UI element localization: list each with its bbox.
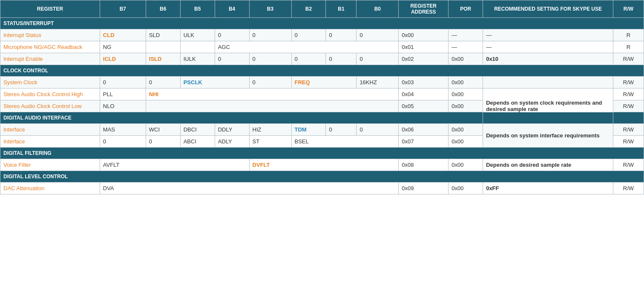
- register-table: REGISTER B7 B6 B5 B4 B3 B2 B1 B0 REGISTE…: [0, 0, 644, 194]
- rw-value: R/W: [613, 159, 644, 171]
- register-address: 0x07: [399, 136, 448, 148]
- por-value: —: [448, 41, 483, 53]
- register-name: Interface: [0, 136, 100, 148]
- bit-cell: HIZ: [249, 124, 291, 136]
- table-row: Interrupt EnableICLDISLDIULK000000x020x0…: [0, 53, 644, 65]
- bit-cell: NHI: [146, 88, 399, 100]
- rw-value: R: [613, 29, 644, 41]
- recommended-setting: [483, 77, 613, 88]
- bit-cell: 0: [326, 53, 356, 65]
- table-row: Stereo Audio Clock Control HighPLLNHI0x0…: [0, 88, 644, 100]
- bit-cell: DBCI: [180, 124, 215, 136]
- col-header-b2: B2: [291, 0, 326, 18]
- por-value: 0x00: [448, 100, 483, 112]
- rw-value: R/W: [613, 53, 644, 65]
- recommended-setting: 0xFF: [483, 183, 613, 194]
- section-title: DIGITAL FILTERING: [0, 148, 644, 159]
- por-value: 0x00: [448, 88, 483, 100]
- table-row: Interrupt StatusCLDSLDULK000000x00——R: [0, 29, 644, 41]
- register-name: Interface: [0, 124, 100, 136]
- rw-value: R/W: [613, 77, 644, 88]
- col-header-b4: B4: [215, 0, 249, 18]
- section-header-row: STATUS/INTERRUPT: [0, 18, 644, 29]
- bit-cell: 0: [326, 29, 356, 41]
- register-address: 0x03: [399, 77, 448, 88]
- register-name: Interrupt Enable: [0, 53, 100, 65]
- por-value: —: [448, 29, 483, 41]
- recommended-setting: Depends on desired sample rate: [483, 159, 613, 171]
- rw-value: R/W: [613, 100, 644, 112]
- section-title: DIGITAL LEVEL CONTROL: [0, 171, 644, 183]
- register-name: Stereo Audio Clock Control Low: [0, 100, 100, 112]
- table-row: Voice FilterAVFLTDVFLT0x080x00Depends on…: [0, 159, 644, 171]
- bit-cell: NG: [100, 41, 146, 53]
- recommended-setting: —: [483, 41, 613, 53]
- register-name: System Clock: [0, 77, 100, 88]
- bit-cell: 0: [215, 29, 249, 41]
- por-value: 0x00: [448, 159, 483, 171]
- register-address: 0x00: [399, 29, 448, 41]
- bit-cell: [146, 100, 399, 112]
- recommended-setting: —: [483, 29, 613, 41]
- bit-cell: 0: [326, 124, 356, 136]
- bit-cell: ADLY: [215, 136, 249, 148]
- bit-cell: NLO: [100, 100, 146, 112]
- register-address: 0x02: [399, 53, 448, 65]
- bit-cell: WCI: [146, 124, 180, 136]
- bit-cell: [146, 41, 180, 53]
- bit-cell: ULK: [180, 29, 215, 41]
- bit-cell: 0: [291, 53, 326, 65]
- bit-cell: 0: [146, 136, 180, 148]
- bit-cell: SLD: [146, 29, 180, 41]
- table-row: System Clock00PSCLK0FREQ16KHZ0x030x00R/W: [0, 77, 644, 88]
- register-address: 0x06: [399, 124, 448, 136]
- bit-cell: 0: [215, 53, 249, 65]
- bit-cell: 0: [291, 29, 326, 41]
- bit-cell: DDLY: [215, 124, 249, 136]
- por-value: 0x00: [448, 53, 483, 65]
- section-title: DIGITAL AUDIO INTERFACE: [0, 112, 644, 124]
- por-value: 0x00: [448, 124, 483, 136]
- section-title: STATUS/INTERRUPT: [0, 18, 644, 29]
- bit-cell: TDM: [291, 124, 326, 136]
- col-header-register: REGISTER: [0, 0, 100, 18]
- rw-value: R/W: [613, 88, 644, 100]
- section-header-row: CLOCK CONTROL: [0, 65, 644, 77]
- bit-cell: PLL: [100, 88, 146, 100]
- recommended-setting: Depends on system interface requirements: [483, 124, 613, 148]
- register-address: 0x09: [399, 183, 448, 194]
- por-value: 0x00: [448, 136, 483, 148]
- bit-cell: FREQ: [291, 77, 356, 88]
- section-header-row: DIGITAL AUDIO INTERFACE: [0, 112, 644, 124]
- bit-cell: 0: [100, 136, 146, 148]
- bit-cell: ST: [249, 136, 291, 148]
- col-header-por: POR: [448, 0, 483, 18]
- register-address: 0x01: [399, 41, 448, 53]
- register-address: 0x08: [399, 159, 448, 171]
- bit-cell: 0: [356, 29, 399, 41]
- bit-cell: 0: [249, 29, 291, 41]
- bit-cell: CLD: [100, 29, 146, 41]
- col-header-b5: B5: [180, 0, 215, 18]
- bit-cell: 16KHZ: [356, 77, 399, 88]
- col-header-b0: B0: [356, 0, 399, 18]
- rw-value: R/W: [613, 124, 644, 136]
- header-row: REGISTER B7 B6 B5 B4 B3 B2 B1 B0 REGISTE…: [0, 0, 644, 18]
- bit-cell: 0: [249, 53, 291, 65]
- por-value: 0x00: [448, 183, 483, 194]
- bit-cell: 0: [100, 77, 146, 88]
- rw-value: R: [613, 41, 644, 53]
- bit-cell: AVFLT: [100, 159, 249, 171]
- col-header-b1: B1: [326, 0, 356, 18]
- section-header-row: DIGITAL LEVEL CONTROL: [0, 171, 644, 183]
- bit-cell: 0: [356, 53, 399, 65]
- bit-cell: [180, 41, 215, 53]
- por-value: 0x00: [448, 77, 483, 88]
- bit-cell: ISLD: [146, 53, 180, 65]
- bit-cell: ICLD: [100, 53, 146, 65]
- section-title: CLOCK CONTROL: [0, 65, 644, 77]
- bit-cell: IULK: [180, 53, 215, 65]
- col-header-b3: B3: [249, 0, 291, 18]
- bit-cell: AGC: [215, 41, 399, 53]
- col-header-rec: RECOMMENDED SETTING FOR SKYPE USE: [483, 0, 613, 18]
